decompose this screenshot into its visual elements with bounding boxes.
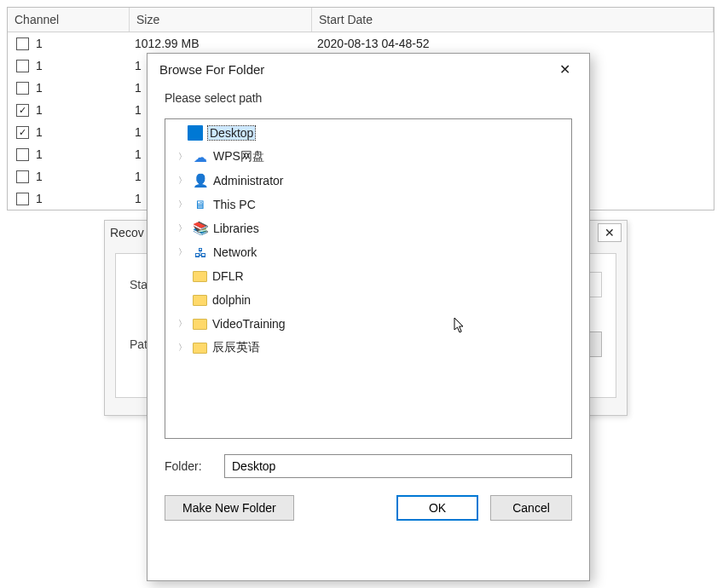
tree-item-label: dolphin <box>212 293 251 307</box>
make-new-folder-button[interactable]: Make New Folder <box>165 495 294 521</box>
chevron-right-icon[interactable]: 〉 <box>177 222 188 234</box>
chevron-right-icon[interactable]: 〉 <box>177 246 188 258</box>
tree-item-label: VideoTraining <box>212 317 286 331</box>
net-icon <box>193 245 208 260</box>
cell-channel: 1 <box>36 125 43 139</box>
pc-icon <box>193 197 208 212</box>
folder-tree[interactable]: ▶ Desktop 〉WPS网盘〉Administrator〉This PC〉L… <box>165 118 572 439</box>
tree-item[interactable]: 〉辰辰英语 <box>165 336 571 360</box>
tree-item-label: Network <box>213 245 257 259</box>
row-checkbox[interactable] <box>16 104 29 117</box>
row-checkbox[interactable] <box>16 148 29 161</box>
cell-channel: 1 <box>36 170 43 183</box>
folder-icon <box>193 295 207 306</box>
header-channel[interactable]: Channel <box>8 8 130 32</box>
folder-input[interactable] <box>224 454 572 478</box>
chevron-right-icon[interactable]: 〉 <box>177 342 188 354</box>
folder-icon <box>193 271 207 282</box>
cell-channel: 1 <box>36 37 43 50</box>
tree-item-label: Desktop <box>208 126 255 140</box>
folder-icon <box>193 343 207 354</box>
cell-start-date: 2020-08-13 04-48-52 <box>312 37 714 50</box>
cancel-button[interactable]: Cancel <box>490 495 572 521</box>
cloud-icon <box>193 149 208 164</box>
dialog-title: Browse For Folder <box>159 62 264 77</box>
chevron-right-icon[interactable]: 〉 <box>177 199 188 210</box>
cell-size: 1012.99 MB <box>130 37 312 50</box>
header-size[interactable]: Size <box>130 8 312 32</box>
cell-channel: 1 <box>36 192 43 205</box>
tree-item[interactable]: 〉WPS网盘 <box>165 145 571 169</box>
tree-item-label: This PC <box>213 198 256 211</box>
lib-icon <box>193 221 208 236</box>
close-icon[interactable]: ✕ <box>598 223 622 242</box>
cell-channel: 1 <box>36 103 43 117</box>
tree-item[interactable]: 〉This PC <box>165 193 571 216</box>
chevron-right-icon[interactable]: 〉 <box>177 151 188 163</box>
tree-item[interactable]: 〉VideoTraining <box>165 312 571 336</box>
cell-channel: 1 <box>36 81 43 95</box>
row-checkbox[interactable] <box>16 193 29 205</box>
tree-item[interactable]: 〉DFLR <box>165 264 571 288</box>
row-checkbox[interactable] <box>16 82 29 95</box>
chevron-right-icon[interactable]: 〉 <box>177 318 188 330</box>
chevron-right-icon[interactable]: 〉 <box>177 175 188 187</box>
table-row[interactable]: 11012.99 MB2020-08-13 04-48-52 <box>8 32 714 55</box>
tree-item-label: Administrator <box>213 174 283 187</box>
tree-item[interactable]: 〉dolphin <box>165 288 571 312</box>
user-icon <box>193 173 208 188</box>
row-checkbox[interactable] <box>16 126 29 139</box>
tree-item-desktop[interactable]: ▶ Desktop <box>165 121 571 145</box>
row-checkbox[interactable] <box>16 60 29 72</box>
cell-channel: 1 <box>36 147 43 161</box>
close-icon[interactable]: ✕ <box>547 57 582 81</box>
cell-channel: 1 <box>36 59 43 72</box>
tree-item-label: 辰辰英语 <box>212 340 260 355</box>
row-checkbox[interactable] <box>16 37 29 50</box>
tree-item[interactable]: 〉Administrator <box>165 169 571 193</box>
folder-icon <box>193 319 207 330</box>
desktop-icon <box>188 125 203 141</box>
tree-item-label: WPS网盘 <box>213 149 264 164</box>
table-header: Channel Size Start Date <box>8 8 714 32</box>
tree-item-label: DFLR <box>212 269 244 283</box>
tree-item[interactable]: 〉Network <box>165 240 571 264</box>
tree-item-label: Libraries <box>213 222 259 235</box>
folder-label: Folder: <box>165 459 214 473</box>
header-start-date[interactable]: Start Date <box>312 8 714 32</box>
tree-item[interactable]: 〉Libraries <box>165 216 571 240</box>
ok-button[interactable]: OK <box>396 495 478 521</box>
browse-for-folder-dialog: Browse For Folder ✕ Please select path ▶… <box>147 53 590 581</box>
row-checkbox[interactable] <box>16 170 29 183</box>
recovery-dialog-title: Recov <box>110 226 144 239</box>
dialog-instruction: Please select path <box>147 84 589 118</box>
